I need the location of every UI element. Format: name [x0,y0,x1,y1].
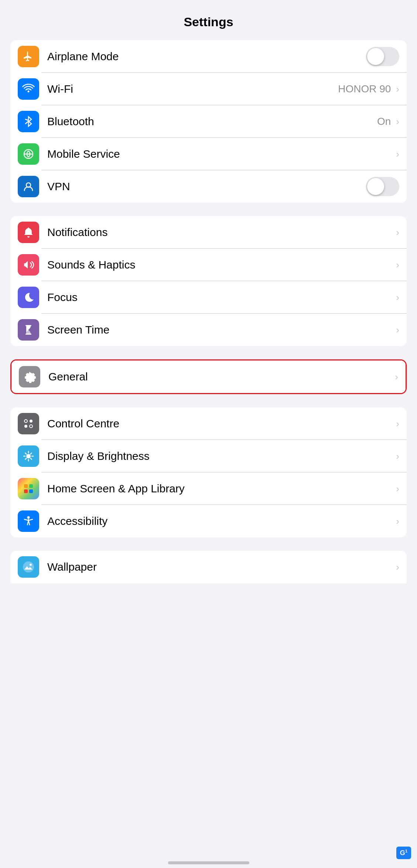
mobile-service-chevron: › [396,148,399,160]
svg-point-8 [24,425,27,428]
svg-rect-19 [24,484,28,488]
svg-rect-4 [25,334,31,335]
svg-point-24 [23,561,34,573]
svg-point-10 [26,454,31,458]
row-home-screen[interactable]: Home Screen & App Library› [10,472,407,505]
airplane-icon [18,46,39,67]
svg-rect-22 [29,489,33,493]
vpn-icon [18,176,39,197]
group-notifications: Notifications›Sounds & Haptics›Focus›Scr… [10,216,407,346]
bluetooth-chevron: › [396,116,399,127]
row-accessibility[interactable]: Accessibility› [10,505,407,537]
page-title: Settings [0,0,417,40]
brightness-icon [18,445,39,467]
accessibility-label: Accessibility [47,515,394,527]
svg-rect-21 [24,489,28,493]
bluetooth-value: On [377,116,391,127]
general-chevron: › [395,371,398,383]
group-connectivity: Airplane ModeWi-FiHONOR 90›BluetoothOn›M… [10,40,407,203]
watermark: G1 [396,847,411,859]
svg-point-23 [27,516,30,519]
row-bluetooth[interactable]: BluetoothOn› [10,105,407,138]
accessibility-icon [18,510,39,532]
svg-line-15 [25,453,26,454]
row-screen-time[interactable]: Screen Time› [10,314,407,346]
svg-line-18 [25,458,26,459]
notifications-chevron: › [396,227,399,238]
row-vpn[interactable]: VPN [10,170,407,203]
vpn-label: VPN [47,180,366,193]
gear-icon [19,366,40,387]
group-display-group: Control Centre›Display & Brightness›Home… [10,407,407,537]
wifi-label: Wi-Fi [47,83,338,95]
sounds-haptics-chevron: › [396,259,399,271]
control-centre-label: Control Centre [47,417,394,430]
bluetooth-label: Bluetooth [47,115,377,128]
notifications-label: Notifications [47,226,394,239]
focus-chevron: › [396,292,399,303]
svg-point-6 [24,420,27,423]
screen-time-chevron: › [396,324,399,336]
accessibility-chevron: › [396,516,399,527]
wallpaper-icon [18,556,39,578]
focus-label: Focus [47,291,394,304]
wifi-icon [18,78,39,100]
bell-icon [18,222,39,243]
svg-point-25 [30,564,32,566]
wifi-value: HONOR 90 [338,83,391,95]
row-display-brightness[interactable]: Display & Brightness› [10,440,407,472]
display-brightness-label: Display & Brightness [47,450,394,462]
wallpaper-row[interactable]: Wallpaper › [10,551,407,583]
row-mobile-service[interactable]: Mobile Service› [10,138,407,170]
wallpaper-label: Wallpaper [47,561,394,573]
homescreen-icon [18,478,39,499]
control-centre-chevron: › [396,418,399,430]
row-sounds-haptics[interactable]: Sounds & Haptics› [10,249,407,281]
row-focus[interactable]: Focus› [10,281,407,314]
signal-icon [18,143,39,165]
svg-point-7 [30,420,33,423]
svg-line-17 [31,453,32,454]
home-screen-label: Home Screen & App Library [47,482,394,495]
display-brightness-chevron: › [396,451,399,462]
vpn-toggle[interactable] [366,177,399,196]
group-system: General› [10,359,407,394]
row-notifications[interactable]: Notifications› [10,216,407,249]
mobile-service-label: Mobile Service [47,148,394,160]
row-airplane-mode[interactable]: Airplane Mode [10,40,407,73]
svg-rect-20 [29,484,33,488]
wallpaper-chevron: › [396,561,399,573]
general-label: General [48,370,393,383]
row-control-centre[interactable]: Control Centre› [10,407,407,440]
moon-icon [18,287,39,308]
airplane-mode-toggle[interactable] [366,47,399,66]
airplane-mode-label: Airplane Mode [47,50,366,63]
bluetooth-icon [18,111,39,132]
hourglass-icon [18,319,39,341]
sounds-haptics-label: Sounds & Haptics [47,259,394,271]
row-general[interactable]: General› [11,360,406,393]
home-screen-chevron: › [396,483,399,495]
row-wifi[interactable]: Wi-FiHONOR 90› [10,73,407,105]
control-icon [18,413,39,434]
screen-time-label: Screen Time [47,324,394,336]
home-indicator [168,861,249,864]
svg-line-16 [31,458,32,459]
svg-rect-3 [25,325,31,326]
sound-icon [18,254,39,276]
svg-point-9 [30,425,33,428]
wifi-chevron: › [396,83,399,95]
